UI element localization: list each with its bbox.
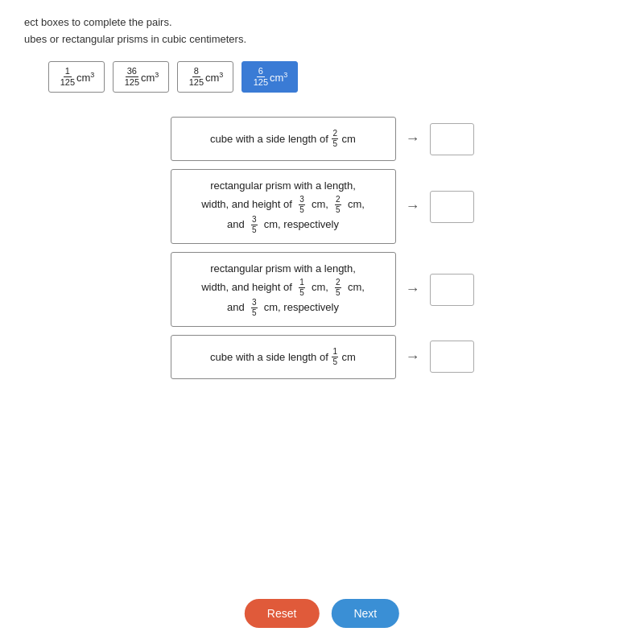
bottom-bar: Reset Next	[245, 599, 399, 628]
problem-row-3: rectangular prism with a length, width, …	[171, 252, 474, 327]
tile-4[interactable]: 6 125 cm3	[242, 61, 298, 93]
next-button[interactable]: Next	[331, 599, 399, 628]
desc-box-3: rectangular prism with a length, width, …	[171, 252, 396, 327]
p2-frac3: 3 5	[251, 215, 258, 235]
p4-fraction: 1 5	[332, 347, 338, 367]
p3-frac3: 3 5	[251, 298, 258, 318]
problem-row-1: cube with a side length of 2 5 cm →	[171, 117, 474, 161]
desc-box-1: cube with a side length of 2 5 cm	[171, 117, 396, 161]
answer-box-3[interactable]	[430, 274, 474, 306]
tile-4-fraction: 6 125	[252, 66, 270, 88]
tile-1[interactable]: 1 125 cm3	[48, 61, 105, 93]
desc-box-4: cube with a side length of 1 5 cm	[171, 335, 396, 379]
reset-button[interactable]: Reset	[245, 599, 320, 628]
arrow-4: →	[406, 349, 420, 365]
p3-frac2: 2 5	[335, 278, 341, 298]
tile-2[interactable]: 36 125 cm3	[113, 61, 169, 93]
page: ect boxes to complete the pairs. ubes or…	[0, 0, 644, 644]
problems-area: cube with a side length of 2 5 cm → rect…	[24, 117, 620, 379]
p2-frac2: 2 5	[335, 195, 341, 215]
desc-box-2: rectangular prism with a length, width, …	[171, 169, 396, 244]
problem-row-2: rectangular prism with a length, width, …	[171, 169, 474, 244]
arrow-3: →	[406, 281, 420, 298]
tile-2-fraction: 36 125	[123, 66, 141, 88]
tile-3-fraction: 8 125	[188, 66, 205, 88]
arrow-1: →	[406, 130, 420, 147]
p2-frac1: 3 5	[299, 195, 305, 215]
answer-box-1[interactable]	[430, 123, 474, 155]
tile-3[interactable]: 8 125 cm3	[177, 61, 233, 93]
p1-fraction: 2 5	[332, 129, 338, 149]
tiles-row: 1 125 cm3 36 125 cm3 8 125 cm3 6 125	[24, 61, 620, 93]
p3-frac1: 1 5	[299, 278, 305, 298]
tile-1-fraction: 1 125	[59, 66, 76, 88]
instruction-line1: ect boxes to complete the pairs.	[24, 16, 620, 28]
answer-box-4[interactable]	[430, 341, 474, 373]
instruction-line2: ubes or rectangular prisms in cubic cent…	[24, 33, 620, 45]
answer-box-2[interactable]	[430, 191, 474, 223]
problem-row-4: cube with a side length of 1 5 cm →	[171, 335, 474, 379]
arrow-2: →	[406, 198, 420, 215]
